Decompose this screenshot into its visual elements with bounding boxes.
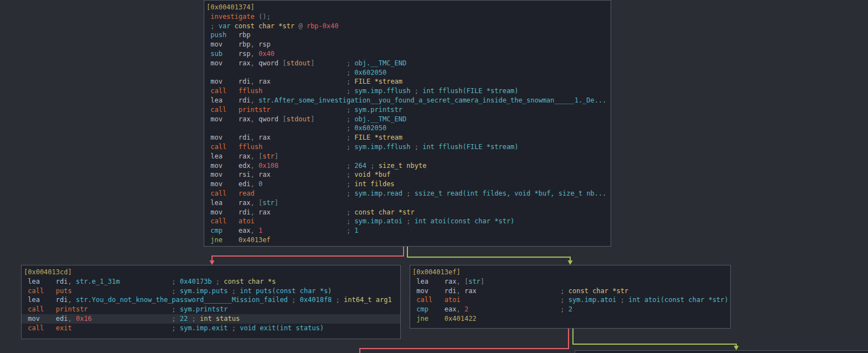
edge-true-0x401374-to-0x4013ef — [407, 247, 570, 260]
edge-true-0x4013ef-to-0x401422-arrowhead — [734, 346, 739, 350]
edge-false-0x401374-to-0x4013cd-arrowhead — [210, 260, 215, 265]
asm-line[interactable]: ; var const char *str @ rbp-0x40 — [204, 22, 611, 31]
edge-true-0x4013ef-to-0x401422 — [573, 329, 736, 346]
asm-line[interactable]: call printstr ; sym.printstr — [22, 305, 400, 314]
asm-line[interactable]: cmp eax, 2 ; 2 — [410, 305, 730, 314]
asm-line[interactable]: mov rdi, rax ; FILE *stream — [204, 77, 611, 86]
asm-line[interactable]: call exit ; sym.imp.exit ; void exit(int… — [22, 324, 400, 333]
asm-line[interactable]: lea rax, [str] — [410, 277, 730, 287]
asm-line[interactable]: call read ; sym.imp.read ; ssize_t read(… — [204, 189, 611, 198]
asm-line[interactable]: lea rdi, str.After_some_investigation__y… — [204, 96, 611, 105]
asm-line[interactable]: mov edi, 0 ; int fildes — [204, 180, 611, 189]
block-header-address: [0x004013cd] — [22, 268, 400, 277]
asm-line[interactable]: jne 0x401422 — [410, 314, 730, 324]
basic-block-partial-bottom[interactable] — [575, 350, 868, 353]
asm-line[interactable]: call puts ; sym.imp.puts ; int puts(cons… — [22, 287, 400, 296]
block-header-address: [0x004013ef] — [410, 268, 730, 277]
asm-line[interactable]: mov rbp, rsp — [204, 40, 611, 49]
asm-line[interactable]: call atoi ; sym.imp.atoi ; int atoi(cons… — [410, 295, 730, 305]
asm-line[interactable]: ; 0x602050 — [204, 68, 611, 78]
asm-line[interactable]: sub rsp, 0x40 — [204, 49, 611, 59]
asm-line[interactable]: call fflush ; sym.imp.fflush ; int fflus… — [204, 86, 611, 96]
asm-line[interactable]: cmp eax, 1 ; 1 — [204, 226, 611, 236]
edge-true-0x401374-to-0x4013ef-arrowhead — [568, 260, 573, 265]
asm-line[interactable]: mov edx, 0x108 ; 264 ; size_t nbyte — [204, 161, 611, 171]
asm-line[interactable]: mov rdi, rax ; const char *str — [204, 208, 611, 217]
asm-line[interactable]: mov rsi, rax ; void *buf — [204, 170, 611, 180]
asm-line[interactable]: call atoi ; sym.imp.atoi ; int atoi(cons… — [204, 217, 611, 226]
asm-line[interactable]: mov rdi, rax ; const char *str — [410, 287, 730, 296]
asm-line-selected[interactable]: mov edi, 0x16 ; 22 ; int status — [22, 314, 400, 324]
asm-line[interactable]: push rbp — [204, 30, 611, 40]
asm-line[interactable]: lea rdi, str.e_1_31m ; 0x40173b ; const … — [22, 277, 400, 287]
basic-block-0x004013ef[interactable]: [0x004013ef] lea rax, [str] mov rdi, rax… — [410, 265, 731, 329]
asm-line[interactable]: call printstr ; sym.printstr — [204, 105, 611, 115]
asm-line[interactable]: lea rdi, str.You_do_not_know_the_passwor… — [22, 295, 400, 305]
basic-block-0x00401374[interactable]: [0x00401374] investigate (); ; var const… — [204, 0, 611, 247]
basic-block-0x004013cd[interactable]: [0x004013cd] lea rdi, str.e_1_31m ; 0x40… — [21, 265, 401, 339]
asm-line[interactable]: lea rax, [str] — [204, 152, 611, 161]
edge-false-0x401374-to-0x4013cd — [212, 247, 404, 260]
asm-line[interactable]: investigate (); — [204, 12, 611, 22]
asm-line[interactable]: mov rdi, rax ; FILE *stream — [204, 133, 611, 142]
asm-line[interactable]: mov rax, qword [stdout] ; obj.__TMC_END — [204, 115, 611, 124]
asm-line[interactable]: lea rax, [str] — [204, 198, 611, 208]
asm-line[interactable]: call fflush ; sym.imp.fflush ; int fflus… — [204, 142, 611, 152]
asm-line[interactable]: jne 0x4013ef — [204, 236, 611, 245]
asm-line[interactable]: ; 0x602050 — [204, 124, 611, 133]
asm-line[interactable]: mov rax, qword [stdout] ; obj.__TMC_END — [204, 59, 611, 68]
graph-canvas[interactable]: [0x00401374] investigate (); ; var const… — [0, 0, 868, 353]
block-header-address: [0x00401374] — [204, 3, 611, 12]
